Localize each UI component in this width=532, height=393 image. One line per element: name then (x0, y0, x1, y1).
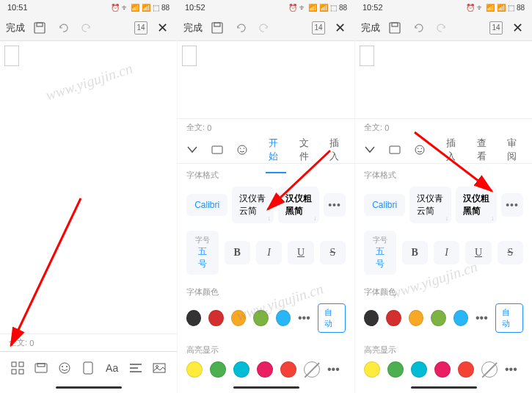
color-swatch[interactable] (210, 361, 226, 378)
auto-color-button[interactable]: 自动 (318, 303, 346, 333)
font-hanyi2[interactable]: 汉仪粗黑简↓ (456, 187, 497, 223)
keyboard-icon[interactable] (32, 359, 50, 377)
font-calibri[interactable]: Calibri (186, 194, 227, 216)
save-icon[interactable] (386, 19, 404, 37)
phone-screen-1: 10:51 ⏰ ᯤ 📶 📶 ⬚88 完成 14 ✕ 全文: 0 Aa (0, 0, 177, 393)
svg-point-10 (66, 366, 68, 367)
underline-button[interactable]: U (465, 241, 491, 264)
grid-icon[interactable] (9, 359, 26, 377)
font-hanyi1[interactable]: 汉仪青云简↓ (232, 187, 273, 223)
section-title: 字体颜色 (364, 286, 523, 298)
bold-button[interactable]: B (225, 241, 250, 264)
done-button[interactable]: 完成 (183, 21, 203, 35)
done-button[interactable]: 完成 (6, 21, 25, 35)
tab-start[interactable]: 开始 (264, 134, 288, 166)
collapse-icon[interactable] (183, 141, 201, 159)
svg-point-21 (240, 148, 241, 149)
emoji-icon[interactable] (411, 141, 429, 159)
document-area[interactable] (355, 41, 532, 118)
italic-button[interactable]: I (434, 241, 459, 264)
more-colors[interactable]: ••• (505, 363, 517, 376)
format-panel: 插入 查看 审阅 字体格式 Calibri 汉仪青云简↓ 汉仪粗黑简↓ ••• … (355, 136, 532, 393)
image-icon[interactable] (150, 359, 168, 377)
page-indicator[interactable]: 14 (489, 21, 503, 35)
align-icon[interactable] (127, 359, 145, 377)
no-highlight[interactable] (481, 361, 498, 378)
redo-icon[interactable] (433, 19, 451, 37)
keyboard-icon[interactable] (208, 141, 226, 159)
font-icon[interactable]: Aa (103, 359, 121, 377)
status-time: 10:52 (185, 3, 205, 12)
auto-color-button[interactable]: 自动 (495, 303, 523, 333)
color-swatch[interactable] (386, 310, 401, 326)
color-swatch[interactable] (453, 310, 468, 326)
color-swatch[interactable] (458, 361, 474, 378)
font-size-chip[interactable]: 字号 五号 (364, 231, 396, 275)
save-icon[interactable] (208, 19, 226, 37)
font-size-chip[interactable]: 字号 五号 (186, 231, 219, 275)
close-icon[interactable]: ✕ (153, 19, 171, 37)
more-colors[interactable]: ••• (475, 311, 488, 325)
bold-button[interactable]: B (402, 241, 428, 264)
section-title: 高亮显示 (186, 345, 346, 356)
emoji-icon[interactable] (56, 359, 73, 377)
color-swatch[interactable] (409, 310, 423, 326)
tab-view[interactable]: 查看 (473, 134, 496, 166)
status-bar: 10:51 ⏰ ᯤ 📶 📶 ⬚88 (0, 0, 177, 15)
word-count: 全文: 0 (0, 333, 177, 351)
emoji-icon[interactable] (233, 141, 251, 159)
document-area[interactable] (0, 41, 177, 333)
done-button[interactable]: 完成 (361, 21, 380, 35)
tab-review[interactable]: 审阅 (503, 134, 526, 166)
undo-icon[interactable] (232, 19, 249, 37)
more-colors[interactable]: ••• (327, 363, 340, 376)
tablet-icon[interactable] (79, 359, 97, 377)
redo-icon[interactable] (255, 19, 273, 37)
font-color-section: 字体颜色 ••• 自动 (178, 281, 354, 339)
color-swatch[interactable] (280, 361, 296, 378)
underline-button[interactable]: U (288, 241, 313, 264)
tab-file[interactable]: 文件 (295, 134, 318, 166)
color-swatch[interactable] (257, 361, 273, 378)
color-swatch[interactable] (231, 310, 246, 326)
color-swatch[interactable] (364, 310, 379, 326)
color-swatch[interactable] (364, 361, 380, 378)
section-title: 字体颜色 (186, 286, 346, 298)
font-calibri[interactable]: Calibri (364, 194, 405, 216)
redo-icon[interactable] (78, 19, 95, 37)
color-swatch[interactable] (186, 361, 203, 378)
more-fonts[interactable]: ••• (324, 193, 346, 217)
undo-icon[interactable] (54, 19, 72, 37)
keyboard-icon[interactable] (386, 141, 404, 159)
color-swatch[interactable] (208, 310, 223, 326)
strike-button[interactable]: S (498, 241, 523, 264)
close-icon[interactable]: ✕ (331, 19, 349, 37)
status-icons: ⏰ ᯤ 📶 📶 ⬚88 (466, 4, 525, 12)
tab-insert[interactable]: 插入 (442, 134, 465, 166)
undo-icon[interactable] (409, 19, 427, 37)
color-swatch[interactable] (434, 361, 451, 378)
collapse-icon[interactable] (361, 141, 379, 159)
more-colors[interactable]: ••• (298, 311, 310, 325)
color-swatch[interactable] (431, 310, 445, 326)
page-indicator[interactable]: 14 (312, 21, 325, 35)
save-icon[interactable] (31, 19, 48, 37)
color-swatch[interactable] (233, 361, 249, 378)
no-highlight[interactable] (304, 361, 320, 378)
strike-button[interactable]: S (320, 241, 346, 264)
svg-rect-11 (84, 362, 92, 374)
document-area[interactable] (178, 41, 354, 118)
svg-rect-6 (35, 364, 47, 372)
page-indicator[interactable]: 14 (134, 21, 147, 35)
tab-insert[interactable]: 插入 (325, 134, 349, 166)
color-swatch[interactable] (186, 310, 201, 326)
color-swatch[interactable] (253, 310, 268, 326)
color-swatch[interactable] (276, 310, 291, 326)
close-icon[interactable]: ✕ (509, 19, 526, 37)
color-swatch[interactable] (411, 361, 427, 378)
more-fonts[interactable]: ••• (501, 193, 523, 217)
color-swatch[interactable] (387, 361, 404, 378)
font-hanyi2[interactable]: 汉仪粗黑简↓ (278, 187, 319, 223)
font-hanyi1[interactable]: 汉仪青云简↓ (409, 187, 451, 223)
italic-button[interactable]: I (256, 241, 282, 264)
